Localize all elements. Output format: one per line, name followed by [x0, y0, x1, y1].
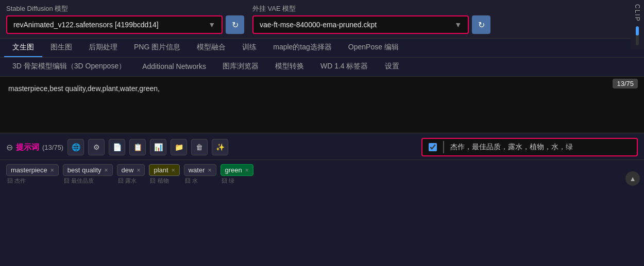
vae-model-group: 外挂 VAE 模型 vae-ft-mse-840000-ema-pruned.c…	[252, 4, 490, 34]
sd-model-label: Stable Diffusion 模型	[6, 4, 244, 13]
tab-3d-skeleton[interactable]: 3D 骨架模型编辑（3D Openpose）	[4, 58, 134, 76]
prompt-word-count: (13/75)	[42, 144, 63, 151]
tag-group-masterpiece: masterpiece × 囧 杰作	[6, 164, 59, 185]
paste-icon: 📋	[133, 143, 142, 151]
tab-img2img[interactable]: 图生图	[42, 39, 80, 57]
vae-model-label: 外挂 VAE 模型	[252, 4, 490, 13]
tab-settings[interactable]: 设置	[377, 58, 408, 76]
tag-plant-text: plant	[154, 166, 168, 174]
tag-best-quality: best quality ×	[63, 164, 113, 176]
tag-masterpiece-text: masterpiece	[11, 166, 47, 174]
tab-maple-tag[interactable]: maple的tag选择器	[265, 39, 340, 57]
prompt-counter: 13/75	[613, 79, 638, 88]
tag-group-water: water × 囧 水	[184, 164, 216, 185]
tag-dew: dew ×	[117, 164, 145, 176]
tag-group-green: green × 囧 绿	[221, 164, 253, 185]
clip-bar-container	[636, 26, 639, 45]
sd-dropdown-arrow: ▼	[208, 21, 215, 29]
tab-gallery[interactable]: 图库浏览器	[214, 58, 267, 76]
tab-row-2: 3D 骨架模型编辑（3D Openpose） Additional Networ…	[0, 58, 644, 76]
tag-plant-remove[interactable]: ×	[172, 167, 175, 174]
tab-train[interactable]: 训练	[234, 39, 265, 57]
tab-bar: 文生图 图生图 后期处理 PNG 图片信息 模型融合 训练 maple的tag选…	[0, 39, 644, 77]
tag-best-quality-text: best quality	[67, 166, 101, 174]
tab-post-process[interactable]: 后期处理	[80, 39, 126, 57]
trash-button[interactable]: 🗑	[191, 139, 208, 155]
tag-best-quality-remove[interactable]: ×	[105, 167, 108, 174]
sd-model-selector-row: revAnimated_v122.safetensors [4199bcdd14…	[6, 15, 244, 34]
tag-green: green ×	[221, 164, 253, 176]
tag-group-dew: dew × 囧 露水	[117, 164, 145, 185]
sd-model-select[interactable]: revAnimated_v122.safetensors [4199bcdd14…	[6, 15, 223, 34]
tab-openpose[interactable]: OpenPose 编辑	[340, 39, 407, 57]
tab-wd-tagger[interactable]: WD 1.4 标签器	[312, 58, 377, 76]
magic-button[interactable]: ✨	[212, 139, 228, 155]
tab-model-convert[interactable]: 模型转换	[267, 58, 312, 76]
tag-water-sub: 囧 水	[184, 177, 198, 185]
sd-model-value: revAnimated_v122.safetensors [4199bcdd14…	[13, 21, 159, 29]
settings-icon: ⚙	[93, 143, 100, 151]
clip-section: CLIP	[631, 0, 644, 49]
globe-icon: 🌐	[72, 143, 80, 151]
main-content: 13/75 masterpiece,best quality,dew,plant…	[0, 77, 644, 189]
scroll-up-icon: ▲	[629, 175, 636, 183]
scroll-up-button[interactable]: ▲	[625, 171, 640, 186]
tag-green-text: green	[225, 166, 242, 174]
prompt-tools-bar: ⊖ 提示词 (13/75) 🌐 ⚙ 📄 📋 📊 📁	[0, 135, 644, 160]
top-bar: Stable Diffusion 模型 revAnimated_v122.saf…	[0, 0, 644, 39]
tab-txt2img[interactable]: 文生图	[4, 39, 42, 57]
vae-refresh-button[interactable]: ↻	[472, 15, 490, 34]
tag-masterpiece-remove[interactable]: ×	[50, 167, 54, 174]
tag-dew-sub: 囧 露水	[117, 177, 137, 185]
translation-checkbox[interactable]	[429, 143, 437, 151]
extra-button[interactable]: 📊	[150, 139, 166, 155]
translation-area: 杰作，最佳品质，露水，植物，水，绿	[421, 138, 638, 156]
copy-button[interactable]: 📄	[109, 139, 125, 155]
prompt-section-label: 提示词	[16, 143, 39, 152]
vae-model-value: vae-ft-mse-840000-ema-pruned.ckpt	[260, 21, 377, 29]
trash-icon: 🗑	[196, 143, 203, 151]
expand-icon[interactable]: ⊖	[6, 143, 13, 152]
globe-button[interactable]: 🌐	[67, 139, 84, 155]
folder-icon: 📁	[175, 143, 183, 151]
tag-water-text: water	[189, 166, 205, 174]
tab-row-1: 文生图 图生图 后期处理 PNG 图片信息 模型融合 训练 maple的tag选…	[0, 39, 644, 58]
tab-additional-networks[interactable]: Additional Networks	[134, 58, 214, 76]
magic-icon: ✨	[216, 143, 225, 151]
translation-text: 杰作，最佳品质，露水，植物，水，绿	[450, 143, 573, 152]
tag-group-plant: plant × 囧 植物	[149, 164, 179, 185]
sd-model-group: Stable Diffusion 模型 revAnimated_v122.saf…	[6, 4, 244, 34]
tag-group-best-quality: best quality × 囧 最佳品质	[63, 164, 113, 185]
tag-masterpiece-sub: 囧 杰作	[6, 177, 26, 185]
tag-dew-text: dew	[122, 166, 134, 174]
tag-masterpiece: masterpiece ×	[6, 164, 59, 176]
clip-bar-fill	[636, 26, 639, 36]
folder-button[interactable]: 📁	[171, 139, 187, 155]
tag-green-sub: 囧 绿	[221, 177, 234, 185]
clip-label: CLIP	[634, 4, 641, 22]
sd-refresh-button[interactable]: ↻	[226, 15, 244, 34]
tag-water: water ×	[184, 164, 216, 176]
tag-plant: plant ×	[149, 164, 179, 176]
settings-button[interactable]: ⚙	[88, 139, 105, 155]
tag-best-quality-sub: 囧 最佳品质	[63, 177, 94, 185]
sd-refresh-icon: ↻	[232, 20, 239, 30]
vae-model-selector-row: vae-ft-mse-840000-ema-pruned.ckpt ▼ ↻	[252, 15, 490, 34]
tab-png-info[interactable]: PNG 图片信息	[126, 39, 189, 57]
tags-row: masterpiece × 囧 杰作 best quality × 囧 最佳品质…	[0, 160, 644, 189]
paste-button[interactable]: 📋	[129, 139, 146, 155]
vae-model-select[interactable]: vae-ft-mse-840000-ema-pruned.ckpt ▼	[252, 15, 469, 34]
tag-plant-sub: 囧 植物	[149, 177, 168, 185]
vae-refresh-icon: ↻	[478, 20, 485, 30]
translation-divider	[443, 141, 444, 153]
tab-model-merge[interactable]: 模型融合	[189, 39, 234, 57]
vae-dropdown-arrow: ▼	[454, 21, 462, 29]
copy-icon: 📄	[113, 143, 122, 151]
tag-dew-remove[interactable]: ×	[137, 167, 140, 174]
tag-green-remove[interactable]: ×	[245, 167, 249, 174]
tag-water-remove[interactable]: ×	[208, 167, 212, 174]
extra-icon: 📊	[154, 143, 163, 151]
prompt-label-group: ⊖ 提示词 (13/75)	[6, 143, 63, 152]
prompt-textarea[interactable]: masterpiece,best quality,dew,plant,water…	[0, 77, 644, 133]
